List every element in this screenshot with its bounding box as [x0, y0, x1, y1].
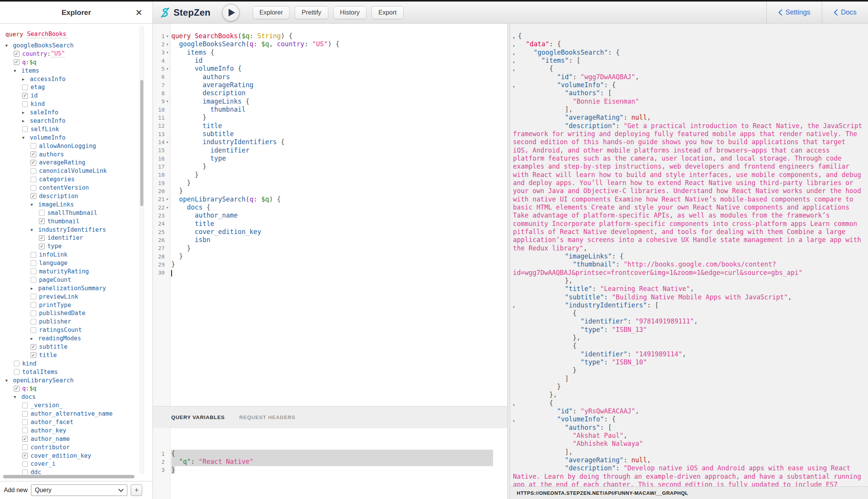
field-checkbox[interactable] [22, 461, 28, 467]
add-operation-button[interactable]: + [131, 484, 142, 496]
field-checkbox[interactable] [31, 319, 36, 325]
field-checkbox[interactable] [31, 302, 36, 308]
explorer-field-row[interactable]: ratingsCount [0, 326, 153, 334]
explorer-field-row[interactable]: totalItems [0, 368, 153, 376]
explorer-field-row[interactable]: publisher [0, 317, 153, 326]
expand-arrow-icon[interactable]: ▾ [5, 43, 13, 48]
explorer-field-row[interactable]: ▾docs [0, 393, 153, 401]
explorer-field-row[interactable]: canonicalVolumeLink [0, 167, 153, 175]
topbar-button-prettify[interactable]: Prettify [295, 6, 328, 19]
topbar-button-export[interactable]: Export [372, 6, 404, 19]
execute-query-button[interactable] [222, 4, 240, 21]
close-icon[interactable]: ✕ [135, 8, 143, 18]
explorer-arg-row[interactable]: country: "US" [0, 50, 153, 58]
field-checkbox[interactable] [22, 470, 28, 475]
expand-arrow-icon[interactable]: ▾ [31, 202, 38, 207]
field-checkbox[interactable] [31, 177, 36, 182]
explorer-field-row[interactable]: authors [0, 150, 153, 159]
field-checkbox[interactable] [39, 235, 45, 241]
explorer-field-row[interactable]: ▾volumeInfo [0, 133, 153, 142]
result-viewer[interactable]: ▾{▾ "data": {▾ "googleBooksSearch": {▾ "… [510, 24, 868, 486]
explorer-field-row[interactable]: contributor [0, 443, 153, 452]
explorer-field-row[interactable]: author_name [0, 435, 153, 443]
explorer-field-row[interactable]: pageCount [0, 276, 153, 284]
explorer-field-row[interactable]: ▸saleInfo [0, 108, 153, 117]
explorer-field-row[interactable]: ▾imageLinks [0, 200, 153, 209]
explorer-field-row[interactable]: allowAnonLogging [0, 142, 153, 150]
field-checkbox[interactable] [39, 218, 45, 224]
expand-arrow-icon[interactable]: ▸ [31, 286, 38, 291]
explorer-field-row[interactable]: ▸searchInfo [0, 117, 153, 125]
field-checkbox[interactable] [14, 369, 19, 375]
field-checkbox[interactable] [31, 160, 36, 166]
arg-value[interactable]: "US" [51, 50, 65, 57]
fold-arrow-icon[interactable]: ▾ [165, 50, 170, 54]
field-checkbox[interactable] [31, 344, 36, 350]
field-checkbox[interactable] [31, 268, 36, 274]
field-checkbox[interactable] [31, 185, 36, 191]
field-checkbox[interactable] [31, 193, 36, 199]
explorer-field-row[interactable]: previewLink [0, 293, 153, 301]
expand-arrow-icon[interactable]: ▾ [14, 394, 21, 400]
explorer-field-row[interactable]: selfLink [0, 125, 153, 133]
field-checkbox[interactable] [31, 327, 36, 333]
topbar-button-history[interactable]: History [333, 6, 367, 19]
explorer-field-row[interactable]: author_key [0, 426, 153, 435]
explorer-field-row[interactable]: cover_edition_key [0, 452, 153, 460]
field-checkbox[interactable] [39, 244, 45, 249]
field-checkbox[interactable] [22, 436, 28, 442]
explorer-field-row[interactable]: ▾googleBooksSearch [0, 41, 153, 50]
explorer-field-row[interactable]: author_alternative_name [0, 410, 153, 418]
field-checkbox[interactable] [22, 453, 28, 458]
explorer-field-row[interactable]: ▸accessInfo [0, 75, 153, 83]
fold-arrow-icon[interactable]: ▾ [165, 42, 170, 46]
fold-arrow-icon[interactable]: ▾ [165, 34, 170, 38]
tab-request-headers[interactable]: REQUEST HEADERS [239, 414, 295, 420]
expand-arrow-icon[interactable]: ▸ [22, 110, 30, 115]
field-checkbox[interactable] [31, 151, 36, 157]
explorer-field-row[interactable]: printType [0, 301, 153, 309]
scrollbar-thumb[interactable] [140, 80, 143, 206]
explorer-field-row[interactable]: publishedDate [0, 309, 153, 318]
field-checkbox[interactable] [22, 444, 28, 450]
query-editor[interactable]: 1▾2▾3▾45▾6789▾1011121314▾15161718192021▾… [153, 24, 507, 406]
operation-name-input[interactable]: SearchBooks [27, 31, 69, 38]
field-checkbox[interactable] [22, 93, 28, 99]
field-checkbox[interactable] [31, 168, 36, 174]
explorer-field-row[interactable]: language [0, 259, 153, 267]
expand-arrow-icon[interactable]: ▾ [5, 378, 13, 383]
field-checkbox[interactable] [22, 126, 28, 132]
explorer-field-row[interactable]: smallThumbnail [0, 209, 153, 217]
explorer-field-row[interactable]: cover_i [0, 460, 153, 468]
explorer-field-row[interactable]: maturityRating [0, 267, 153, 276]
fold-arrow-icon[interactable]: ▾ [165, 99, 170, 103]
expand-arrow-icon[interactable]: ▾ [22, 135, 30, 140]
explorer-field-row[interactable]: ▾industryIdentifiers [0, 226, 153, 234]
explorer-field-row[interactable]: ▾items [0, 67, 153, 75]
nav-link-settings[interactable]: Settings [767, 2, 822, 23]
field-checkbox[interactable] [39, 210, 45, 216]
fold-arrow-icon[interactable]: ▾ [165, 67, 170, 71]
explorer-field-row[interactable]: identifier [0, 234, 153, 242]
explorer-arg-row[interactable]: q: $q [0, 385, 153, 393]
explorer-field-row[interactable]: kind [0, 359, 153, 368]
explorer-field-row[interactable]: ▸readingModes [0, 334, 153, 343]
fold-arrow-icon[interactable]: ▾ [165, 140, 170, 144]
explorer-field-row[interactable]: etag [0, 83, 153, 91]
explorer-field-row[interactable]: title [0, 351, 153, 359]
expand-arrow-icon[interactable]: ▾ [14, 68, 21, 73]
explorer-field-row[interactable]: categories [0, 175, 153, 184]
expand-arrow-icon[interactable]: ▾ [31, 227, 38, 232]
explorer-field-row[interactable]: thumbnail [0, 217, 153, 226]
explorer-vertical-scrollbar[interactable] [140, 26, 144, 474]
variables-editor[interactable]: 123 { "q": "React Native"} [153, 428, 507, 499]
field-checkbox[interactable] [14, 361, 19, 366]
field-checkbox[interactable] [22, 427, 28, 433]
tab-query-variables[interactable]: QUERY VARIABLES [171, 414, 225, 420]
field-checkbox[interactable] [31, 252, 36, 258]
expand-arrow-icon[interactable]: ▸ [22, 76, 30, 82]
field-checkbox[interactable] [31, 310, 36, 316]
arg-checkbox[interactable] [14, 59, 19, 65]
explorer-field-row[interactable]: averageRating [0, 158, 153, 167]
pane-resize-handle[interactable] [507, 24, 510, 499]
